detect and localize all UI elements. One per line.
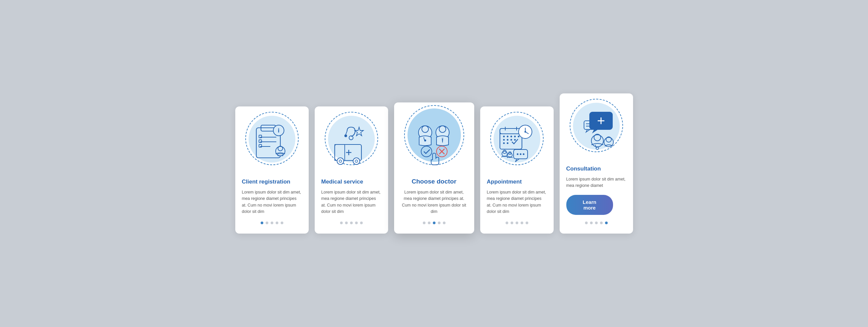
card-content-2: Medical service Lorem ipsum dolor sit di… — [315, 173, 388, 215]
svg-point-42 — [514, 136, 516, 137]
card-dots-3 — [423, 222, 445, 224]
dot-2-5[interactable] — [360, 222, 363, 224]
card-text-4: Lorem ipsum dolor sit dim amet, mea regi… — [487, 189, 547, 215]
svg-point-40 — [506, 136, 508, 137]
card-icon-area-2 — [315, 106, 388, 173]
svg-point-46 — [510, 139, 512, 141]
card-dots-4 — [505, 222, 528, 224]
dot-5-5[interactable] — [605, 222, 608, 224]
dot-1-5[interactable] — [281, 222, 283, 224]
dot-3-2[interactable] — [428, 222, 431, 224]
card-consultation: Consultation Lorem ipsum dolor sit dim a… — [560, 93, 633, 234]
card-client-registration: i Client registration Lorem ipsum dolor … — [235, 106, 309, 234]
svg-point-56 — [520, 154, 521, 155]
dot-5-4[interactable] — [600, 222, 603, 224]
dot-3-3[interactable] — [433, 222, 435, 224]
card-dots-5 — [585, 222, 608, 224]
dot-3-1[interactable] — [423, 222, 426, 224]
dot-1-3[interactable] — [271, 222, 273, 224]
svg-point-27 — [424, 139, 426, 141]
card-title-1: Client registration — [242, 178, 302, 185]
svg-point-55 — [517, 154, 518, 155]
svg-text:i: i — [278, 127, 279, 134]
card-content-3: Choose doctor Lorem ipsum dolor sit dim … — [394, 172, 474, 215]
card-icon-area-5 — [560, 93, 633, 160]
card-content-1: Client registration Lorem ipsum dolor si… — [235, 173, 309, 215]
svg-point-30 — [421, 146, 432, 157]
svg-point-44 — [503, 139, 504, 141]
dot-4-1[interactable] — [505, 222, 508, 224]
svg-point-39 — [503, 136, 504, 137]
card-icon-area-4 — [480, 106, 554, 173]
card-dots-2 — [340, 222, 363, 224]
svg-point-53 — [524, 131, 526, 133]
card-title-4: Appointment — [487, 178, 547, 185]
dot-4-5[interactable] — [526, 222, 528, 224]
card-content-5: Consultation Lorem ipsum dolor sit dim a… — [560, 160, 633, 215]
svg-point-24 — [344, 134, 347, 137]
cards-container: i Client registration Lorem ipsum dolor … — [235, 93, 633, 234]
consultation-icon — [575, 105, 618, 157]
card-title-3: Choose doctor — [401, 178, 468, 185]
dot-5-2[interactable] — [590, 222, 593, 224]
dot-3-4[interactable] — [438, 222, 440, 224]
dot-1-1[interactable] — [260, 222, 263, 224]
svg-point-49 — [506, 142, 508, 144]
card-text-1: Lorem ipsum dolor sit dim amet, mea regi… — [242, 189, 302, 215]
card-dots-1 — [260, 222, 283, 224]
svg-point-47 — [514, 139, 516, 141]
card-text-3: Lorem ipsum dolor sit dim amet, mea regi… — [401, 189, 468, 215]
dot-2-2[interactable] — [345, 222, 348, 224]
svg-point-48 — [503, 142, 504, 144]
card-title-2: Medical service — [321, 178, 381, 185]
client-registration-icon: i — [250, 118, 294, 169]
dot-4-4[interactable] — [521, 222, 523, 224]
svg-point-41 — [510, 136, 512, 137]
dot-3-5[interactable] — [443, 222, 445, 224]
dot-5-1[interactable] — [585, 222, 588, 224]
card-text-2: Lorem ipsum dolor sit dim amet, mea regi… — [321, 189, 381, 215]
card-appointment: Appointment Lorem ipsum dolor sit dim am… — [480, 106, 554, 234]
learn-more-button[interactable]: Learn more — [566, 195, 613, 215]
card-title-5: Consultation — [566, 165, 626, 172]
appointment-icon — [495, 118, 538, 169]
dot-2-3[interactable] — [350, 222, 353, 224]
card-icon-area-3 — [394, 102, 474, 172]
dot-5-3[interactable] — [595, 222, 598, 224]
card-icon-area-1: i — [235, 106, 309, 173]
dot-1-4[interactable] — [276, 222, 278, 224]
dot-1-2[interactable] — [266, 222, 268, 224]
dot-2-1[interactable] — [340, 222, 343, 224]
card-content-4: Appointment Lorem ipsum dolor sit dim am… — [480, 173, 554, 215]
card-medical-service: Medical service Lorem ipsum dolor sit di… — [315, 106, 388, 234]
card-choose-doctor: Choose doctor Lorem ipsum dolor sit dim … — [394, 102, 474, 234]
svg-point-19 — [339, 160, 342, 163]
svg-line-23 — [346, 131, 347, 134]
card-text-5: Lorem ipsum dolor sit dim amet, mea regi… — [566, 176, 626, 189]
svg-point-57 — [523, 154, 524, 155]
svg-point-45 — [506, 139, 508, 141]
dot-2-4[interactable] — [355, 222, 358, 224]
dot-4-3[interactable] — [516, 222, 518, 224]
medical-service-icon — [330, 118, 373, 169]
svg-point-21 — [355, 160, 358, 163]
choose-doctor-icon — [409, 113, 459, 170]
svg-point-43 — [518, 136, 519, 137]
dot-4-2[interactable] — [510, 222, 513, 224]
